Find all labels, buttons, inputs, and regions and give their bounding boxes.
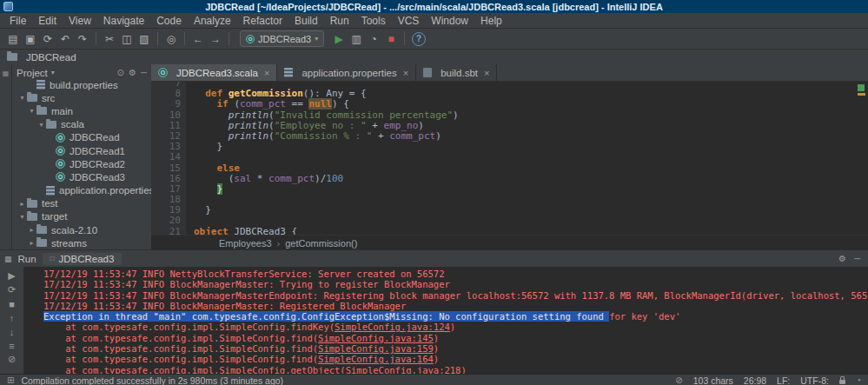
code-editor[interactable]: 78 def getCommission(): Any = {9 if (com…: [151, 82, 868, 235]
tree-closed-arrow-icon[interactable]: ▸: [17, 200, 27, 208]
forward-icon[interactable]: →: [207, 30, 224, 47]
menu-item-refactor[interactable]: Refactor: [237, 14, 288, 28]
down-stack-icon[interactable]: ↓: [4, 325, 20, 338]
close-icon[interactable]: ×: [403, 68, 408, 78]
breadcrumb-method[interactable]: getCommission(): [285, 238, 357, 249]
status-segment[interactable]: 26:98: [744, 375, 766, 385]
menu-item-view[interactable]: View: [63, 14, 97, 28]
tree-item-jdbcread3[interactable]: OJDBCRead3: [12, 170, 151, 183]
console-output[interactable]: 17/12/19 11:53:47 INFO NettyBlockTransfe…: [24, 267, 868, 375]
tree-item-build-properties[interactable]: build.properties: [12, 78, 151, 91]
menu-item-code[interactable]: Code: [150, 14, 188, 28]
lock-icon[interactable]: [839, 380, 845, 384]
tree-item-jdbcread2[interactable]: OJDBCRead2: [12, 157, 151, 170]
gear-icon[interactable]: ⚙: [129, 68, 136, 77]
sync-icon[interactable]: ⟳: [39, 30, 56, 47]
close-icon[interactable]: ×: [264, 68, 269, 78]
code-token: [194, 88, 205, 99]
menu-item-navigate[interactable]: Navigate: [97, 14, 150, 28]
rerun-icon[interactable]: ▶: [4, 269, 20, 282]
event-log-icon[interactable]: ⊘: [675, 375, 682, 385]
menu-item-build[interactable]: Build: [288, 14, 324, 28]
tree-open-arrow-icon[interactable]: ▾: [27, 107, 36, 115]
tree-open-arrow-icon[interactable]: ▾: [36, 121, 46, 129]
tree-closed-arrow-icon[interactable]: ▸: [27, 226, 36, 234]
clear-all-icon[interactable]: ⊘: [4, 353, 20, 366]
menu-item-file[interactable]: File: [3, 14, 32, 28]
stop-icon[interactable]: ■: [382, 30, 400, 47]
menu-item-help[interactable]: Help: [474, 14, 508, 28]
stop-icon[interactable]: ■: [4, 297, 20, 310]
stack-trace-link[interactable]: SimpleConfig.java:145: [318, 333, 434, 343]
locate-icon[interactable]: ⊙: [117, 68, 124, 77]
run-content-tab[interactable]: □ JDBCRead3: [43, 253, 123, 265]
save-all-icon[interactable]: ▣: [22, 30, 39, 47]
stack-trace-link[interactable]: SimpleConfig.java:164: [318, 354, 434, 364]
menu-item-analyze[interactable]: Analyze: [188, 14, 237, 28]
copy-icon[interactable]: ◫: [118, 30, 136, 47]
menu-item-window[interactable]: Window: [425, 14, 474, 28]
navbar-root[interactable]: JDBCRead: [26, 52, 76, 63]
console-text: ): [434, 343, 439, 354]
soft-wrap-icon[interactable]: ≡: [4, 339, 20, 352]
line-number: 17: [151, 184, 186, 195]
up-stack-icon[interactable]: ↑: [4, 311, 20, 324]
tool-window-bar-icon[interactable]: ▦: [3, 70, 10, 77]
help-icon[interactable]: ?: [412, 32, 426, 46]
editor-tab-application-properties[interactable]: application.properties×: [277, 64, 416, 81]
find-icon[interactable]: ◎: [162, 30, 180, 47]
undo-icon[interactable]: ↶: [56, 30, 74, 47]
folder-icon: [27, 213, 37, 221]
tree-item-streams[interactable]: ▸streams: [12, 236, 151, 249]
sbt-file-icon: [423, 68, 432, 77]
hide-icon[interactable]: ─: [141, 68, 147, 77]
tree-item-test[interactable]: ▸test: [12, 197, 151, 210]
collapse-icon[interactable]: ─: [854, 254, 860, 263]
gear-icon[interactable]: ⚙: [838, 254, 846, 263]
status-segment[interactable]: LF:: [777, 375, 790, 385]
tree-item-jdbcread1[interactable]: OJDBCRead1: [12, 144, 151, 157]
tree-item-scala-2-10[interactable]: ▸scala-2.10: [12, 223, 151, 236]
cut-icon[interactable]: ✂: [101, 30, 118, 47]
close-icon[interactable]: ×: [484, 68, 489, 78]
tree-open-arrow-icon[interactable]: ▾: [17, 213, 27, 221]
menu-item-tools[interactable]: Tools: [355, 14, 392, 28]
menu-item-vcs[interactable]: VCS: [392, 14, 426, 28]
profiler-icon[interactable]: ◔: [365, 30, 382, 47]
tree-item-application-properties[interactable]: application.properties: [12, 184, 151, 197]
inspection-status-icon[interactable]: [858, 84, 865, 91]
redo-icon[interactable]: ↷: [74, 30, 91, 47]
tree-item-src[interactable]: ▾src: [12, 91, 151, 104]
menu-item-run[interactable]: Run: [324, 14, 355, 28]
menu-item-edit[interactable]: Edit: [32, 14, 63, 28]
breadcrumb-class[interactable]: Employees3: [219, 238, 272, 249]
tree-closed-arrow-icon[interactable]: ▸: [27, 239, 36, 247]
tree-item-jdbcread[interactable]: OJDBCRead: [12, 131, 151, 144]
run-configuration-select[interactable]: O JDBCRead3 ▾: [240, 30, 324, 47]
tree-open-arrow-icon[interactable]: ▾: [17, 94, 27, 102]
line-number: 8: [151, 89, 186, 99]
chevron-down-icon[interactable]: ▾: [51, 69, 55, 76]
status-segment[interactable]: UTF-8:: [800, 375, 829, 385]
editor-tab-build-sbt[interactable]: build.sbt×: [416, 64, 497, 81]
error-stripe-mark[interactable]: [858, 93, 865, 96]
tree-item-main[interactable]: ▾main: [12, 104, 151, 117]
paste-icon[interactable]: ▧: [136, 30, 153, 47]
stack-trace-link[interactable]: SimpleConfig.java:159: [318, 343, 434, 354]
status-message[interactable]: Compilation completed successfully in 2s…: [21, 375, 283, 385]
hector-icon[interactable]: ◔: [856, 375, 861, 385]
stack-trace-link[interactable]: SimpleConfig.java:124: [335, 322, 450, 332]
tree-item-target[interactable]: ▾target: [12, 210, 151, 223]
sync-icon[interactable]: ⟳: [4, 283, 20, 296]
project-panel-title[interactable]: Project: [17, 68, 48, 78]
status-segment[interactable]: 103 chars: [693, 375, 733, 385]
tree-item-scala[interactable]: ▾scala: [12, 118, 151, 131]
coverage-icon[interactable]: ▥: [348, 30, 365, 47]
open-icon[interactable]: ▤: [4, 30, 22, 47]
tool-window-toggle-icon[interactable]: ⊞: [7, 375, 14, 385]
run-icon[interactable]: ▶: [330, 30, 348, 47]
back-icon[interactable]: ←: [189, 30, 207, 47]
tree-item-label: JDBCRead2: [70, 159, 125, 169]
scala-file-icon: O: [56, 159, 65, 169]
editor-tab-jdbcread3-scala[interactable]: OJDBCRead3.scala×: [151, 64, 277, 81]
